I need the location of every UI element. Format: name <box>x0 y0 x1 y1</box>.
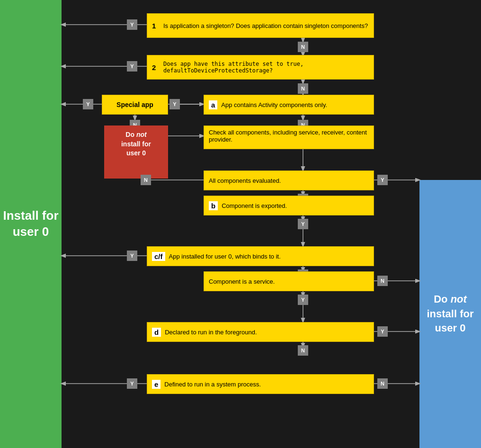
box-cf: c/f App installed for user 0, which bind… <box>147 246 374 266</box>
badge-n-all-comp-left: N <box>141 175 151 185</box>
box-e: e Defined to run in a system process. <box>147 374 374 394</box>
box-b: b Component is exported. <box>204 196 374 215</box>
box-a-text: App contains Activity components only. <box>221 101 327 108</box>
check-components-text: Check all components, including service,… <box>209 129 369 143</box>
box-1-number: 1 <box>152 22 160 30</box>
box-1: 1 Is application a singleton? Does appli… <box>147 13 374 38</box>
box-d: d Declared to run in the foreground. <box>147 322 374 342</box>
box-cf-text: App installed for user 0, which binds to… <box>169 253 281 260</box>
box-b-text: Component is exported. <box>222 202 287 209</box>
badge-n-box2: N <box>298 83 308 94</box>
badge-y-cf-left: Y <box>127 251 137 261</box>
do-not-install-box: Do notinstall foruser 0 <box>104 125 168 179</box>
badge-y-d-right: Y <box>377 326 388 337</box>
right-panel-text: Do not install for user 0 <box>419 292 481 336</box>
box-2-number: 2 <box>152 63 160 72</box>
badge-y-box2: Y <box>127 61 137 72</box>
component-service-text: Component is a service. <box>209 278 275 285</box>
special-app-box: Special app <box>102 95 168 115</box>
left-panel: Install for user 0 <box>0 0 62 448</box>
badge-y-all-comp-right: Y <box>377 175 388 185</box>
box-b-label: b <box>209 201 218 210</box>
box-cf-label: c/f <box>152 252 165 261</box>
badge-n-d-down: N <box>298 345 308 356</box>
badge-y-special-right: Y <box>169 99 180 109</box>
all-components-box: All components evaluated. <box>204 170 374 190</box>
special-app-text: Special app <box>116 101 153 108</box>
component-service-box: Component is a service. <box>204 271 374 291</box>
all-components-text: All components evaluated. <box>209 177 281 184</box>
badge-n-box1: N <box>298 42 308 52</box>
box-2-text: Does app have this attribute set to true… <box>163 61 369 74</box>
box-e-text: Defined to run in a system process. <box>164 381 261 388</box>
badge-y-e-left: Y <box>127 378 137 389</box>
box-2: 2 Does app have this attribute set to tr… <box>147 55 374 80</box>
box-d-text: Declared to run in the foreground. <box>165 329 257 336</box>
badge-y-special-left: Y <box>83 99 93 109</box>
badge-y-box-b-down: Y <box>298 219 308 229</box>
badge-y-box1: Y <box>127 19 137 30</box>
box-a-label: a <box>209 100 217 109</box>
diagram-container: Install for user 0 Do not install for us… <box>0 0 481 448</box>
badge-n-e-right: N <box>377 378 388 389</box>
check-components-box: Check all components, including service,… <box>204 125 374 149</box>
box-d-label: d <box>152 328 161 337</box>
box-1-text: Is application a singleton? Does applica… <box>163 22 368 29</box>
badge-n-service-right: N <box>377 276 388 286</box>
box-e-label: e <box>152 380 160 389</box>
badge-y-service-down: Y <box>298 295 308 305</box>
right-panel: Do not install for user 0 <box>419 180 481 448</box>
left-panel-text: Install for user 0 <box>0 208 62 240</box>
do-not-install-text: Do notinstall foruser 0 <box>121 131 151 157</box>
box-a: a App contains Activity components only. <box>204 95 374 115</box>
